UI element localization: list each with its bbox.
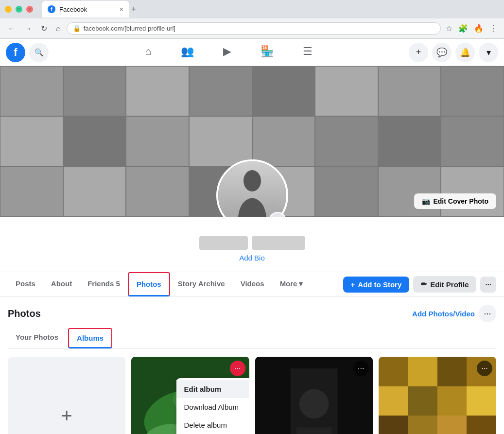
search-icon: 🔍 (35, 48, 44, 57)
facebook-app: f 🔍 ⌂ 👥 ▶ 🏪 ☰ + 💬 (0, 39, 504, 434)
nav-watch[interactable]: ▶ (209, 39, 245, 66)
facebook-logo[interactable]: f (6, 43, 25, 62)
camera-icon: 📷 (273, 216, 282, 217)
context-menu-download-album[interactable]: Download Album (176, 398, 249, 416)
edit-profile-button[interactable]: ✏ Edit Profile (413, 276, 476, 293)
cover-cell (126, 116, 189, 166)
edit-cover-photo-button[interactable]: 📷 Edit Cover Photo (414, 193, 496, 209)
pencil-icon: ✏ (421, 280, 427, 289)
tab-favicon: f (48, 5, 55, 13)
grid-cell (437, 386, 467, 416)
minimize-button[interactable]: – (5, 6, 12, 13)
nav-center: ⌂ 👥 ▶ 🏪 ☰ (49, 39, 409, 66)
browser-window: – □ × f Facebook × + ← → ↻ ⌂ 🔒 facebook.… (0, 0, 504, 39)
watch-icon: ▶ (223, 45, 231, 58)
colorful-album-item[interactable]: ··· (379, 357, 496, 434)
subtab-your-photos[interactable]: Your Photos (8, 328, 66, 348)
tab-more[interactable]: More ▾ (272, 273, 311, 296)
tab-close-button[interactable]: × (120, 5, 123, 13)
grid-cell (467, 416, 496, 434)
browser-tab[interactable]: f Facebook × (42, 1, 129, 17)
marketplace-icon: 🏪 (261, 45, 274, 58)
tab-about[interactable]: About (43, 273, 80, 296)
tab-posts[interactable]: Posts (8, 273, 43, 296)
name-block-2 (252, 236, 305, 250)
cover-cell (189, 66, 252, 116)
nav-home[interactable]: ⌂ (131, 39, 165, 66)
home-button[interactable]: ⌂ (53, 22, 64, 35)
cover-cell (378, 66, 441, 116)
add-photos-button[interactable]: Add Photos/Video (412, 310, 475, 318)
dark-album-menu-button[interactable]: ··· (353, 361, 369, 376)
dark-album-item[interactable]: ··· (255, 357, 373, 434)
grid-cell (437, 357, 467, 386)
chevron-down-icon: ▾ (299, 279, 303, 288)
address-bar[interactable]: 🔒 facebook.com/[blurred profile url] (67, 22, 441, 35)
add-bio-link[interactable]: Add Bio (239, 254, 265, 262)
tab-videos[interactable]: Videos (233, 273, 272, 296)
more-actions-button[interactable]: ··· (480, 277, 496, 293)
spring-album-item[interactable]: ··· spring 1 item Edit album Download Al… (131, 357, 249, 434)
search-button[interactable]: 🔍 (29, 43, 49, 62)
notifications-icon: 🔔 (460, 47, 470, 58)
grid-cell (467, 386, 496, 416)
nav-menu[interactable]: ☰ (289, 39, 326, 66)
context-menu-delete-album[interactable]: Delete album (176, 416, 249, 434)
account-menu-button[interactable]: ▾ (479, 43, 498, 62)
tab-photos[interactable]: Photos (128, 272, 170, 296)
photos-subtabs: Your Photos Albums (8, 328, 496, 349)
photos-header: Photos Add Photos/Video ··· (8, 305, 496, 322)
nav-marketplace[interactable]: 🏪 (247, 39, 287, 66)
colorful-album-menu-button[interactable]: ··· (477, 361, 492, 376)
browser-menu-button[interactable]: ⋮ (487, 22, 499, 35)
new-tab-button[interactable]: + (131, 4, 137, 15)
photos-more-button[interactable]: ··· (479, 305, 496, 322)
svg-rect-11 (296, 427, 331, 434)
subtab-albums[interactable]: Albums (68, 328, 112, 348)
cover-cell (63, 66, 126, 116)
topnav: f 🔍 ⌂ 👥 ▶ 🏪 ☰ + 💬 (0, 39, 504, 66)
ellipsis-icon: ··· (485, 280, 491, 289)
profile-pic-container: 📷 (216, 159, 288, 217)
profile-picture (216, 159, 288, 217)
create-album-item[interactable]: + Create Album (8, 357, 125, 434)
cover-cell (315, 116, 378, 166)
back-button[interactable]: ← (5, 22, 18, 35)
tab-friends[interactable]: Friends 5 (80, 273, 128, 296)
nav-right: + 💬 🔔 ▾ (409, 43, 498, 62)
create-button[interactable]: + (409, 43, 428, 62)
messenger-button[interactable]: 💬 (432, 43, 452, 62)
add-to-story-button[interactable]: + Add to Story (343, 277, 410, 293)
cover-photo-container: 📷 📷 Edit Cover Photo (0, 66, 504, 217)
menu-icon: ☰ (303, 45, 313, 58)
grid-cell (408, 357, 437, 386)
photos-title: Photos (8, 308, 41, 319)
create-album-button[interactable]: + (8, 357, 125, 434)
close-button[interactable]: × (26, 6, 33, 13)
window-controls: – □ × (5, 6, 33, 13)
grid-cell (408, 386, 437, 416)
grid-cell (437, 416, 467, 434)
address-text: facebook.com/[blurred profile url] (84, 25, 175, 32)
lock-icon: 🔒 (73, 25, 81, 32)
messenger-icon: 💬 (436, 47, 447, 58)
refresh-button[interactable]: ↻ (38, 22, 50, 35)
notifications-button[interactable]: 🔔 (455, 43, 475, 62)
cover-cell (441, 116, 504, 166)
cover-cell (126, 167, 189, 217)
forward-button[interactable]: → (21, 22, 35, 35)
spring-album-menu-button[interactable]: ··· (230, 361, 245, 376)
nav-friends[interactable]: 👥 (167, 39, 208, 66)
cover-cell (441, 167, 504, 217)
extensions-button[interactable]: 🧩 (456, 22, 470, 35)
profile-tab-actions: + Add to Story ✏ Edit Profile ··· (343, 276, 496, 293)
cover-cell (378, 167, 441, 217)
cover-cell (378, 116, 441, 166)
context-menu-edit-album[interactable]: Edit album (176, 380, 249, 398)
tab-title: Facebook (59, 6, 87, 13)
maximize-button[interactable]: □ (16, 6, 22, 13)
page-content: 📷 📷 Edit Cover Photo Add Bio Posts About (0, 66, 504, 434)
profile-badge-button[interactable]: 🔥 (472, 22, 486, 35)
bookmark-button[interactable]: ☆ (444, 22, 454, 35)
tab-story-archive[interactable]: Story Archive (170, 273, 233, 296)
